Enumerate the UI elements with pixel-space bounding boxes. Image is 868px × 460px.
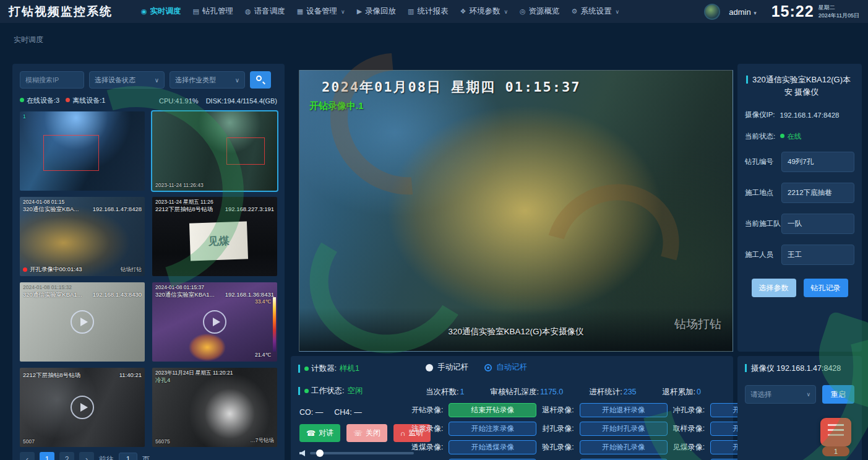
camera-thumbnail-7[interactable]: 2212下层抽钻8号钻场11:40:21 5007 [20,368,145,447]
camera-select[interactable]: 请选择∨ [745,385,816,404]
main-video-player[interactable]: 2024年01月08日 星期四 01:15:37 开钻录像中.1 320通信实验… [299,70,733,352]
team-row: 当前施工队 一队 [745,214,854,234]
volume-slider-thumb[interactable] [316,449,324,457]
start-rodout-record-button[interactable]: 开始退杆录像 [580,403,668,417]
page-1-button[interactable]: 1 [40,452,54,460]
auto-rod-radio[interactable]: 自动记杆 [484,362,527,373]
radio-icon [426,364,433,371]
restart-button[interactable]: 重启 [822,385,854,404]
play-icon[interactable] [203,310,226,334]
video-timestamp-osd: 2024年01月08日 星期四 01:15:37 [322,78,580,97]
camera-thumbnail-3[interactable]: 2024-01-08 01:15 320通信实验室KBA...192.168.1… [20,197,145,276]
page-suffix: 页 [142,454,150,460]
drilling-monitor-page: 打钻视频监控系统 ◉实时调度 ▤钻孔管理 ◍语音调度 ▦设备管理∨ ▶录像回放 … [0,0,868,460]
close-audio-button[interactable]: ☏关闭 [346,424,387,442]
camera-thumbnail-grid: 1 2023-11-24 11:26:43 2024-01-08 01:15 3… [20,111,277,447]
camera-thumbnail-4[interactable]: 2023-11-24 星期五 11:26 2212下层抽钻8号钻场192.168… [152,197,277,276]
chevron-down-icon: ∨ [235,77,239,84]
nav-system-settings[interactable]: ⚙系统设置∨ [572,6,619,17]
start-seal-record-button[interactable]: 开始封孔录像 [580,422,668,436]
stop-drill-record-button[interactable]: 结束开钻录像 [449,403,536,417]
nav-device-management[interactable]: ▦设备管理∨ [297,6,345,17]
play-icon[interactable] [71,396,94,419]
bar-chart-icon: ▥ [408,7,414,15]
ch4-reading: CH4: — [334,408,361,417]
search-button[interactable] [250,71,271,89]
camera-info-panel: 320通信实验室KBA12(G)本安 摄像仪 摄像仪IP: 192.168.1.… [737,64,862,352]
nav-realtime-dispatch[interactable]: ◉实时调度 [141,6,181,17]
status-dot-icon [304,389,309,393]
volume-control [299,450,414,456]
camera-thumbnail-8[interactable]: 2023年11月24日 星期五 11:20:21 冷孔4 56075 …7号钻场 [152,368,277,447]
phone-off-icon: ☏ [353,429,363,438]
nav-video-playback[interactable]: ▶录像回放 [357,6,396,17]
nav-voice-dispatch[interactable]: ◍语音调度 [245,6,285,17]
alarm-count-badge: 1 [822,446,849,456]
headphones-icon: ∩ [400,429,406,438]
section-bar-icon [298,365,300,373]
gas-readings: CO: — CH4: — [299,408,362,417]
counter-row: 计数器: 样机1 [298,363,359,374]
talk-button[interactable]: ☎对讲 [299,424,340,442]
co-reading: CO: — [299,408,323,417]
playback-icon: ▶ [357,7,362,15]
page-prev-button[interactable]: ‹ [20,452,35,460]
start-holecheck-record-button[interactable]: 开始验孔录像 [580,440,668,454]
work-status-row: 工作状态: 空闲 [298,386,363,396]
device-status-select[interactable]: 选择设备状态∨ [89,71,165,89]
rod-count-mode: 手动记杆 自动记杆 [426,362,527,373]
jump-label: 前往 [99,454,114,460]
camera-thumbnail-6-thermal[interactable]: 2024-01-08 01:15:37 320通信实验室KBA1...192.1… [152,282,277,362]
filter-bar: 选择设备状态∨ 选择作业类型∨ [20,71,277,89]
select-params-button[interactable]: 选择参数 [752,279,796,297]
breadcrumb: 实时调度 [14,35,43,45]
site-field[interactable]: 2212下底抽巷 [781,183,854,203]
dashboard-icon: ◉ [141,7,147,15]
camera-control-panel: 摄像仪 192.168.1.47:8428 请选择∨ 重启 1 [737,356,862,460]
alarm-notification-button[interactable]: 1 [819,418,853,456]
camera-thumbnail-1[interactable]: 1 [20,111,145,191]
main-nav: ◉实时调度 ▤钻孔管理 ◍语音调度 ▦设备管理∨ ▶录像回放 ▥统计报表 ❖环境… [141,6,619,17]
site-row: 施工地点 2212下底抽巷 [745,183,854,203]
search-input[interactable] [20,71,84,89]
nav-resource-overview[interactable]: ◎资源概览 [520,6,560,17]
device-icon: ▦ [297,7,303,15]
job-type-select[interactable]: 选择作业类型∨ [170,71,245,89]
drill-control-panel: 计数器: 样机1 工作状态: 空闲 CO: — CH4: — ☎对讲 ☏关闭 ∩… [291,356,733,460]
header-right: admin ▾ 15:22 星期二 2024年11月05日 [704,2,859,20]
camera-thumbnail-2-selected[interactable]: 2023-11-24 11:26:43 [152,111,277,191]
username: admin [729,7,750,17]
worker-field[interactable]: 王工 [781,245,854,265]
start-coalthrough-record-button[interactable]: 开始透煤录像 [449,440,536,454]
drill-record-button[interactable]: 钻孔记录 [804,279,848,297]
camera-ip-value: 192.168.1.47:8428 [780,111,840,119]
search-icon [256,76,262,81]
camera-status-value: 在线 [787,132,801,140]
radio-selected-icon [484,364,492,371]
nav-drillhole-management[interactable]: ▤钻孔管理 [193,6,233,17]
team-field[interactable]: 一队 [781,214,854,234]
page-next-button[interactable]: › [79,452,94,460]
start-grout-record-button[interactable]: 开始注浆录像 [449,422,536,436]
microphone-icon: ◍ [245,7,251,15]
camera-status-row: 当前状态: 在线 [745,132,854,141]
recording-status-osd: 开钻录像中.1 [309,100,364,112]
manual-rod-radio[interactable]: 手动记杆 [426,362,468,373]
pagination: ‹ 1 2 › 前往 1 页 [20,452,277,460]
online-dot-icon [780,134,784,138]
nav-statistics-report[interactable]: ▥统计报表 [408,6,448,17]
nav-environment-params[interactable]: ❖环境参数∨ [460,6,508,17]
system-usage: CPU:41.91% DISK:194.4/1154.4(GB) [159,97,277,105]
play-icon[interactable] [71,310,94,334]
chevron-down-icon: ▾ [754,10,757,16]
disk-usage: DISK:194.4/1154.4(GB) [206,97,277,105]
user-menu[interactable]: admin ▾ [729,6,756,17]
rod-statistics: 当次杆数:1 审核钻孔深度:1175.0 进杆统计:235 退杆累加:0 [426,387,701,397]
drillhole-number-field[interactable]: 49列7孔 [781,152,854,172]
app-title: 打钻视频监控系统 [9,4,113,20]
camera-thumbnail-5[interactable]: 2024-01-08 01:15:32 320通信实验室KBA1...192.1… [20,282,145,362]
page-jump-input[interactable]: 1 [119,453,137,460]
volume-slider[interactable] [310,452,414,454]
avatar[interactable] [704,4,720,20]
page-2-button[interactable]: 2 [59,452,74,460]
